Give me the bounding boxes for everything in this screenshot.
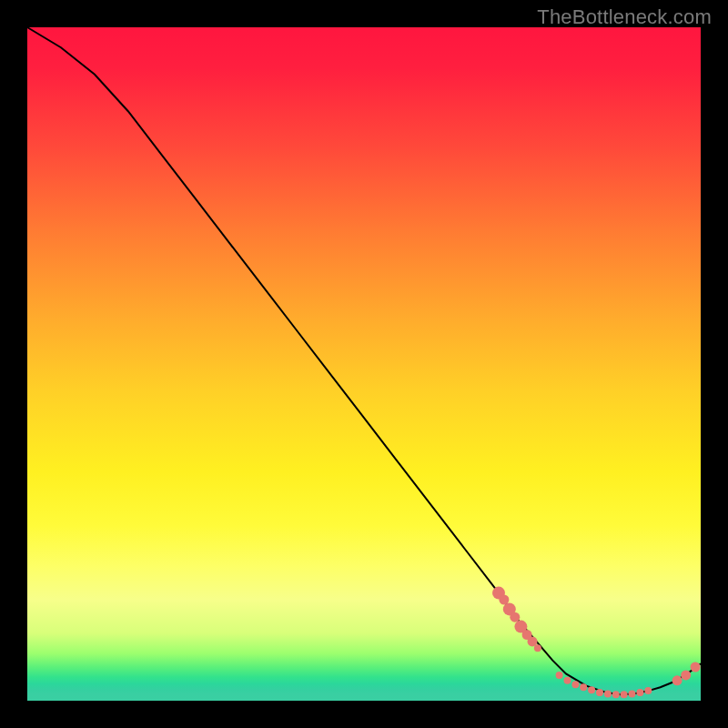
scatter-dot <box>528 636 538 646</box>
scatter-dot <box>510 612 520 622</box>
scatter-dot <box>588 686 595 693</box>
watermark-text: TheBottleneck.com <box>537 5 712 29</box>
scatter-dot <box>534 644 541 652</box>
scatter-dot <box>644 687 652 694</box>
scatter-dot <box>629 691 636 698</box>
scatter-dot-group <box>492 587 701 699</box>
scatter-dot <box>636 689 643 696</box>
scatter-dot <box>604 691 612 698</box>
chart-frame: TheBottleneck.com <box>0 0 728 728</box>
scatter-dot <box>621 691 628 698</box>
scatter-dot <box>681 670 691 680</box>
scatter-dot <box>691 662 701 672</box>
chart-overlay-svg <box>27 27 701 701</box>
scatter-dot <box>580 683 587 691</box>
scatter-dot <box>564 677 571 684</box>
scatter-dot <box>672 675 682 685</box>
scatter-dot <box>596 689 603 696</box>
bottleneck-curve <box>27 27 701 694</box>
scatter-dot <box>571 681 579 688</box>
scatter-dot <box>556 672 563 679</box>
scatter-dot <box>612 691 620 698</box>
